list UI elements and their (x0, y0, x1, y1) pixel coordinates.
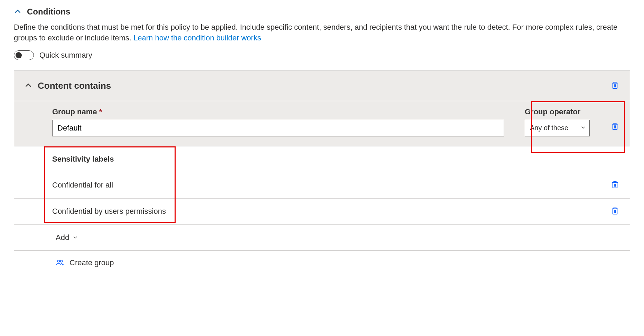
chevron-up-icon[interactable] (25, 82, 32, 89)
chevron-down-icon (580, 124, 586, 132)
learn-link[interactable]: Learn how the condition builder works (133, 33, 261, 42)
chevron-up-icon[interactable] (14, 8, 21, 16)
group-wrap: Group name * Group operator Any of these (14, 101, 630, 276)
svg-point-12 (57, 260, 59, 262)
chevron-down-icon (73, 233, 78, 242)
required-asterisk: * (99, 107, 102, 116)
content-contains-title: Content contains (38, 80, 111, 91)
create-group-label: Create group (69, 258, 114, 267)
group-operator-block: Group operator Any of these (525, 107, 590, 136)
svg-rect-3 (613, 124, 617, 129)
trash-icon (611, 81, 619, 90)
add-button[interactable]: Add (56, 233, 78, 242)
toggle-knob (16, 52, 22, 58)
create-group-row: Create group (14, 251, 630, 276)
sensitivity-labels-header: Sensitivity labels (14, 146, 630, 172)
list-item: Confidential for all (14, 172, 630, 199)
group-name-input[interactable] (52, 120, 504, 136)
delete-label-button[interactable] (610, 206, 619, 217)
content-contains-header: Content contains (14, 71, 630, 101)
group-name-block: Group name * (52, 107, 504, 136)
conditions-header: Conditions (14, 7, 630, 17)
group-operator-select[interactable]: Any of these (525, 120, 590, 136)
conditions-description-text: Define the conditions that must be met f… (14, 23, 617, 42)
delete-group-button[interactable] (610, 122, 619, 132)
svg-point-13 (60, 260, 63, 262)
create-group-button[interactable]: Create group (56, 258, 114, 267)
trash-icon (611, 122, 619, 132)
svg-rect-0 (613, 83, 617, 88)
trash-icon (611, 181, 619, 190)
label-name: Confidential for all (52, 181, 113, 190)
group-operator-value: Any of these (530, 124, 568, 132)
group-config-row: Group name * Group operator Any of these (14, 101, 630, 146)
conditions-title: Conditions (27, 7, 70, 17)
add-button-label: Add (56, 233, 69, 242)
delete-condition-button[interactable] (610, 80, 619, 91)
group-operator-label: Group operator (525, 107, 590, 116)
svg-rect-9 (613, 209, 617, 214)
people-add-icon (56, 259, 65, 267)
content-contains-panel: Content contains Group name * Group oper… (14, 70, 630, 276)
add-row: Add (14, 225, 630, 251)
quick-summary-row: Quick summary (14, 50, 630, 60)
quick-summary-toggle[interactable] (14, 50, 34, 60)
label-name: Confidential by users permissions (52, 207, 166, 216)
list-item: Confidential by users permissions (14, 199, 630, 225)
sensitivity-labels-block: Sensitivity labels Confidential for all … (14, 146, 630, 225)
trash-icon (611, 207, 619, 216)
group-name-label-text: Group name (52, 107, 97, 116)
group-name-label: Group name * (52, 107, 504, 116)
delete-label-button[interactable] (610, 180, 619, 191)
svg-rect-6 (613, 182, 617, 188)
conditions-description: Define the conditions that must be met f… (14, 22, 630, 44)
quick-summary-label: Quick summary (39, 51, 92, 60)
panel-header-left: Content contains (25, 80, 111, 91)
